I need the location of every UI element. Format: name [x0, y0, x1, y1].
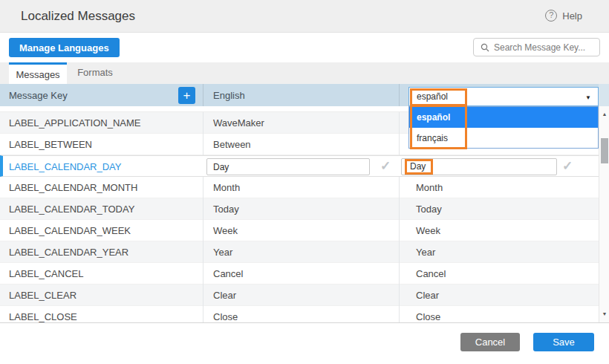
column-divider — [203, 285, 203, 306]
column-header-english: English — [213, 90, 245, 101]
search-icon — [481, 43, 489, 52]
english-cell: WaveMaker — [213, 117, 264, 129]
confirm-check-icon[interactable]: ✓ — [562, 158, 573, 174]
table-row[interactable]: LABEL_CALENDAR_MONTH Month Month — [0, 177, 599, 198]
message-key-cell: LABEL_CALENDAR_DAY — [9, 161, 122, 172]
column-divider — [399, 177, 400, 198]
english-cell: Year — [213, 247, 232, 258]
translation-cell: Today — [416, 204, 442, 215]
translation-cell: Week — [416, 225, 440, 236]
translation-cell: Close — [416, 311, 440, 322]
table-row-selected[interactable]: LABEL_CALENDAR_DAY ✓ Day ✓ — [0, 155, 599, 177]
annotation-box-day-value: Day — [405, 159, 433, 175]
cancel-button[interactable]: Cancel — [460, 333, 520, 351]
message-key-cell: LABEL_CALENDAR_YEAR — [9, 247, 128, 258]
confirm-check-icon[interactable]: ✓ — [380, 158, 391, 174]
table-row[interactable]: LABEL_CLEAR Clear Clear — [0, 285, 599, 306]
localized-messages-dialog: Localized Messages ? Help Manage Languag… — [0, 0, 609, 364]
column-divider — [399, 198, 400, 220]
table-row[interactable]: LABEL_CALENDAR_YEAR Year Year — [0, 241, 599, 263]
page-title: Localized Messages — [21, 9, 135, 24]
table-row[interactable]: LABEL_CALENDAR_TODAY Today Today — [0, 198, 599, 220]
english-cell: Today — [213, 204, 239, 215]
message-key-cell: LABEL_CALENDAR_MONTH — [9, 182, 137, 193]
message-key-cell: LABEL_APPLICATION_NAME — [9, 117, 141, 129]
tab-bar: Messages Formats — [0, 62, 609, 84]
column-divider — [399, 306, 400, 322]
column-divider — [203, 220, 203, 241]
table-row[interactable]: LABEL_CLOSE Close Close — [0, 306, 599, 322]
column-divider — [399, 84, 400, 106]
column-divider — [399, 285, 400, 306]
translation-edit-input[interactable]: Day — [401, 158, 557, 175]
scroll-down-icon[interactable]: ▼ — [599, 309, 609, 319]
help-button[interactable]: ? Help — [545, 10, 582, 22]
column-divider — [203, 306, 203, 322]
language-option-espanol[interactable]: español — [409, 107, 598, 128]
save-button[interactable]: Save — [533, 333, 594, 351]
column-divider — [203, 241, 203, 263]
column-header-message-key: Message Key — [9, 90, 68, 101]
language-dropdown-list: español français — [408, 106, 599, 149]
column-divider — [399, 241, 400, 263]
vertical-scrollbar[interactable]: ▲ ▼ — [599, 106, 609, 322]
header-scroll-corner — [599, 84, 609, 106]
language-option-francais[interactable]: français — [409, 128, 598, 149]
english-cell: Close — [213, 311, 238, 322]
manage-languages-button[interactable]: Manage Languages — [9, 38, 120, 57]
table-row[interactable]: LABEL_CALENDAR_WEEK Week Week — [0, 220, 599, 241]
english-cell: Month — [213, 182, 240, 193]
column-divider — [399, 220, 400, 241]
help-icon: ? — [545, 10, 557, 22]
english-cell: Week — [213, 225, 238, 236]
english-cell: Clear — [213, 290, 236, 301]
add-message-key-button[interactable]: + — [178, 87, 195, 104]
title-bar: Localized Messages ? Help — [0, 0, 609, 33]
english-cell: Between — [213, 139, 251, 150]
footer-bar: Cancel Save — [0, 322, 609, 364]
column-divider — [399, 112, 400, 134]
language-select[interactable]: español ▼ — [408, 87, 599, 106]
help-label: Help — [562, 10, 582, 22]
tab-messages[interactable]: Messages — [9, 62, 67, 84]
translation-cell: Year — [416, 247, 435, 258]
chevron-down-icon: ▼ — [585, 94, 591, 101]
column-divider — [203, 263, 203, 285]
scroll-up-icon[interactable]: ▲ — [599, 109, 609, 120]
messages-table: Message Key + English LABEL_APPLICATION_… — [0, 84, 609, 322]
translation-cell: Clear — [416, 290, 439, 301]
column-divider — [203, 198, 203, 220]
message-key-cell: LABEL_CLEAR — [9, 290, 76, 301]
message-key-cell: LABEL_BETWEEN — [9, 139, 92, 150]
column-divider — [203, 134, 203, 155]
column-divider — [399, 134, 400, 155]
column-divider — [203, 84, 203, 106]
scrollbar-thumb[interactable] — [601, 138, 608, 163]
message-key-cell: LABEL_CALENDAR_TODAY — [9, 204, 134, 215]
message-key-cell: LABEL_CANCEL — [9, 268, 83, 279]
message-key-cell: LABEL_CALENDAR_WEEK — [9, 225, 131, 236]
column-divider — [203, 177, 203, 198]
english-cell: Cancel — [213, 268, 243, 279]
column-divider — [399, 263, 400, 285]
search-box[interactable] — [473, 38, 600, 56]
tab-formats[interactable]: Formats — [67, 62, 123, 84]
message-key-cell: LABEL_CLOSE — [9, 311, 77, 322]
search-input[interactable] — [494, 42, 590, 53]
translation-cell: Month — [416, 182, 443, 193]
table-row[interactable]: LABEL_CANCEL Cancel Cancel — [0, 263, 599, 285]
column-divider — [203, 112, 203, 134]
translation-cell: Cancel — [416, 268, 446, 279]
language-select-value: español — [417, 91, 448, 102]
toolbar: Manage Languages — [0, 33, 609, 62]
english-edit-input[interactable] — [206, 158, 370, 175]
